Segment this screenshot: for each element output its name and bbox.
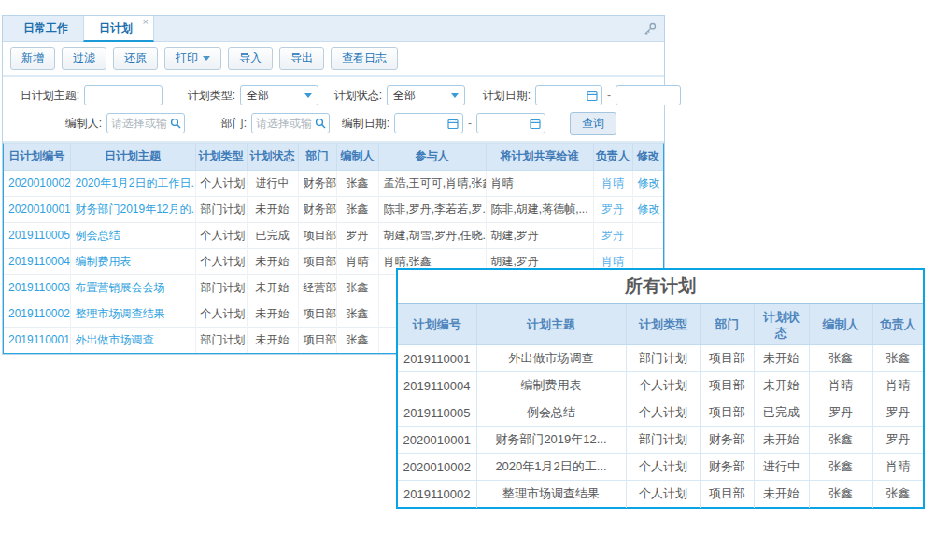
cell-creator: 张鑫 bbox=[336, 301, 378, 327]
import-button[interactable]: 导入 bbox=[228, 47, 273, 70]
cell-type: 个人计划 bbox=[195, 222, 247, 248]
cell-creator: 张鑫 bbox=[336, 196, 378, 222]
cell-creator: 张鑫 bbox=[336, 327, 378, 353]
cell-status: 未开始 bbox=[247, 274, 298, 301]
col-owner: 负责人 bbox=[872, 304, 923, 345]
print-button-label: 打印 bbox=[176, 50, 198, 66]
cell-creator: 罗丹 bbox=[809, 399, 872, 427]
restore-button[interactable]: 还原 bbox=[113, 47, 158, 70]
search-icon[interactable] bbox=[315, 118, 326, 129]
cell-status: 未开始 bbox=[754, 372, 809, 399]
plan-type-select[interactable]: 全部 bbox=[240, 85, 318, 105]
plan-date-from-input[interactable] bbox=[535, 85, 602, 105]
col-dept: 部门 bbox=[700, 304, 754, 345]
col-share-to: 将计划共享给谁 bbox=[486, 144, 593, 170]
plan-subject-link[interactable]: 例会总结 bbox=[70, 222, 195, 248]
plan-id-link[interactable]: 2019110003 bbox=[4, 274, 70, 301]
tab-day-plan-label: 日计划 bbox=[99, 21, 133, 35]
subject-input[interactable] bbox=[84, 85, 163, 105]
plan-id-link[interactable]: 2019110002 bbox=[4, 301, 70, 327]
plan-id-link[interactable]: 2019110001 bbox=[4, 327, 70, 353]
plan-subject-link[interactable]: 2020年1月2日的工作日... bbox=[70, 170, 195, 196]
cell-type: 个人计划 bbox=[626, 481, 700, 508]
cell-subject: 整理市场调查结果 bbox=[476, 481, 626, 508]
table-row: 2020010002 2020年1月2日的工... 个人计划 财务部 进行中 张… bbox=[398, 454, 923, 481]
owner-link[interactable]: 肖晴 bbox=[593, 170, 632, 196]
cell-dept: 经营部 bbox=[298, 274, 336, 301]
subject-label: 日计划主题: bbox=[12, 88, 79, 104]
create-date-from-input[interactable] bbox=[394, 113, 463, 133]
cell-subject: 例会总结 bbox=[476, 399, 626, 427]
cell-share-to: 胡建,罗丹 bbox=[486, 222, 593, 248]
export-button[interactable]: 导出 bbox=[279, 47, 324, 70]
table-row: 2019110002 整理市场调查结果 个人计划 项目部 未开始 张鑫 张鑫 bbox=[398, 481, 923, 508]
modify-link[interactable]: 修改 bbox=[632, 196, 663, 222]
cell-creator: 张鑫 bbox=[809, 345, 872, 372]
plan-subject-link[interactable]: 编制费用表 bbox=[70, 248, 195, 274]
cell-participants: 陈非,罗丹,李若若,罗... bbox=[378, 196, 486, 222]
cell-status: 未开始 bbox=[754, 427, 809, 454]
col-plan-id: 日计划编号 bbox=[4, 144, 70, 170]
table-row: 2020010002 2020年1月2日的工作日... 个人计划 进行中 财务部… bbox=[4, 170, 663, 196]
cell-status: 未开始 bbox=[247, 196, 298, 222]
col-plan-id: 计划编号 bbox=[398, 304, 476, 345]
view-log-button[interactable]: 查看日志 bbox=[331, 47, 398, 70]
cell-creator: 肖晴 bbox=[336, 248, 378, 274]
plan-subject-link[interactable]: 外出做市场调查 bbox=[70, 327, 195, 353]
tab-day-plan[interactable]: 日计划 × bbox=[83, 16, 154, 42]
plan-status-select[interactable]: 全部 bbox=[387, 85, 465, 105]
tab-daily-work[interactable]: 日常工作 bbox=[8, 16, 83, 41]
table-row: 2020010001 财务部门2019年12月的... 部门计划 未开始 财务部… bbox=[4, 196, 663, 222]
plan-date-to-input[interactable] bbox=[616, 85, 681, 105]
search-icon[interactable] bbox=[170, 118, 181, 129]
modify-link[interactable]: 修改 bbox=[632, 170, 663, 196]
cell-dept: 项目部 bbox=[700, 345, 754, 372]
plan-id-link[interactable]: 2020010001 bbox=[4, 196, 70, 222]
cell-dept: 项目部 bbox=[298, 222, 336, 248]
caret-down-icon bbox=[451, 93, 459, 98]
cell-owner: 肖晴 bbox=[872, 372, 923, 399]
key-icon[interactable] bbox=[644, 22, 657, 39]
owner-link[interactable]: 罗丹 bbox=[593, 196, 632, 222]
plan-subject-link[interactable]: 财务部门2019年12月的... bbox=[70, 196, 195, 222]
cell-type: 个人计划 bbox=[195, 170, 247, 196]
plan-id-link[interactable]: 2019110004 bbox=[4, 248, 70, 274]
plan-id-link[interactable]: 2020010002 bbox=[4, 170, 70, 196]
calendar-icon bbox=[447, 118, 459, 130]
cell-dept: 财务部 bbox=[700, 454, 754, 481]
cell-type: 个人计划 bbox=[626, 454, 700, 481]
filter-button[interactable]: 过滤 bbox=[62, 47, 106, 70]
new-button[interactable]: 新增 bbox=[10, 47, 55, 70]
create-date-to-input[interactable] bbox=[476, 113, 545, 133]
calendar-icon bbox=[530, 118, 541, 130]
cell-dept: 财务部 bbox=[700, 427, 754, 454]
cell-plan-id: 2019110005 bbox=[398, 399, 476, 427]
cell-dept: 项目部 bbox=[700, 481, 754, 508]
cell-status: 未开始 bbox=[754, 481, 809, 508]
caret-down-icon bbox=[203, 56, 210, 61]
col-type: 计划类型 bbox=[195, 144, 247, 170]
plan-subject-link[interactable]: 布置营销展会会场 bbox=[70, 274, 195, 301]
cell-plan-id: 2019110002 bbox=[398, 481, 476, 508]
table-row: 2019110004 编制费用表 个人计划 项目部 未开始 肖晴 肖晴 bbox=[398, 372, 923, 399]
cell-dept: 财务部 bbox=[298, 196, 336, 222]
cell-status: 未开始 bbox=[247, 248, 298, 274]
cell-type: 个人计划 bbox=[195, 301, 247, 327]
plan-status-label: 计划状态: bbox=[318, 88, 382, 104]
creator-label: 编制人: bbox=[12, 116, 102, 132]
cell-dept: 项目部 bbox=[700, 399, 754, 427]
cell-type: 个人计划 bbox=[195, 248, 247, 274]
col-creator: 编制人 bbox=[809, 304, 872, 345]
cell-owner: 肖晴 bbox=[872, 454, 923, 481]
all-plans-panel: 所有计划 计划编号 计划主题 计划类型 部门 计划状态 编制人 负责人 2019… bbox=[396, 268, 925, 509]
cell-participants: 胡建,胡雪,罗丹,任晓... bbox=[378, 222, 486, 248]
cell-plan-id: 2019110001 bbox=[398, 345, 476, 372]
owner-link[interactable]: 罗丹 bbox=[593, 222, 632, 248]
plan-subject-link[interactable]: 整理市场调查结果 bbox=[70, 301, 195, 327]
cell-subject: 外出做市场调查 bbox=[476, 345, 626, 372]
close-icon[interactable]: × bbox=[143, 17, 149, 27]
print-button[interactable]: 打印 bbox=[164, 47, 221, 70]
search-button[interactable]: 查询 bbox=[570, 112, 616, 135]
plan-id-link[interactable]: 2019110005 bbox=[4, 222, 70, 248]
col-creator: 编制人 bbox=[336, 144, 378, 170]
